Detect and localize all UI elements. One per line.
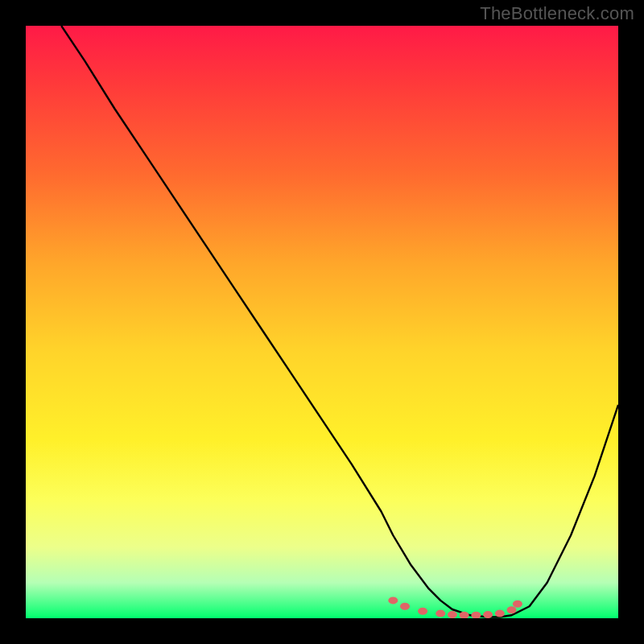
chart-frame: TheBottleneck.com xyxy=(0,0,644,644)
plot-area xyxy=(26,26,618,618)
highlight-dot xyxy=(483,611,493,618)
highlight-dot xyxy=(448,611,457,618)
highlight-dot xyxy=(507,606,517,613)
highlight-dot xyxy=(400,603,410,610)
highlight-dot xyxy=(436,610,445,617)
bottleneck-chart xyxy=(26,26,618,618)
watermark-text: TheBottleneck.com xyxy=(480,3,634,24)
bottleneck-curve xyxy=(61,26,618,617)
highlight-dot xyxy=(471,612,481,618)
highlight-dot xyxy=(513,601,522,608)
highlight-dot xyxy=(495,610,505,617)
highlight-dot xyxy=(388,597,398,604)
highlight-dot xyxy=(418,608,427,615)
highlight-dots xyxy=(388,597,522,618)
